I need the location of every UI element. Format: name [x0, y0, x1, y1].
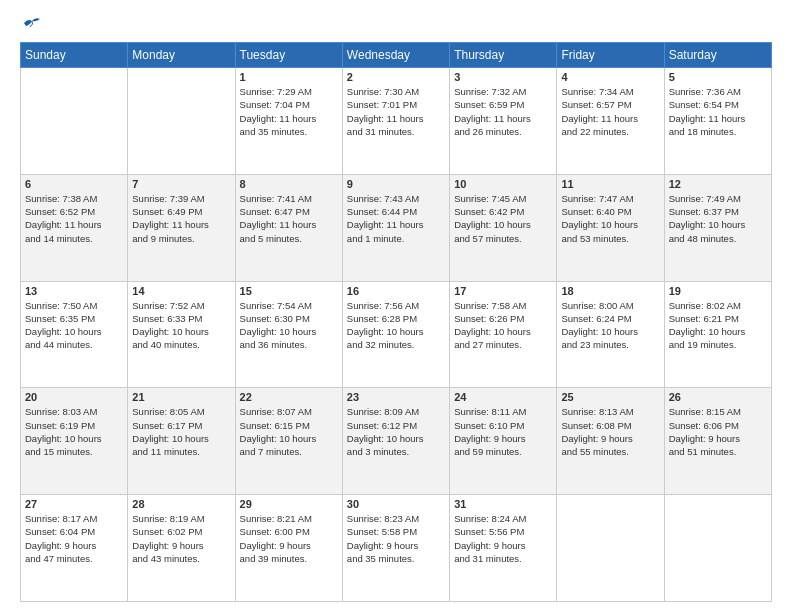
- calendar-cell: 21Sunrise: 8:05 AM Sunset: 6:17 PM Dayli…: [128, 388, 235, 495]
- calendar-cell: 23Sunrise: 8:09 AM Sunset: 6:12 PM Dayli…: [342, 388, 449, 495]
- calendar-cell: 20Sunrise: 8:03 AM Sunset: 6:19 PM Dayli…: [21, 388, 128, 495]
- cell-info: Sunrise: 7:34 AM Sunset: 6:57 PM Dayligh…: [561, 85, 659, 138]
- day-number: 27: [25, 498, 123, 510]
- cell-info: Sunrise: 7:58 AM Sunset: 6:26 PM Dayligh…: [454, 299, 552, 352]
- logo: [20, 18, 40, 32]
- day-number: 21: [132, 391, 230, 403]
- weekday-header-monday: Monday: [128, 43, 235, 68]
- calendar-week-2: 6Sunrise: 7:38 AM Sunset: 6:52 PM Daylig…: [21, 174, 772, 281]
- day-number: 13: [25, 285, 123, 297]
- calendar-cell: [128, 68, 235, 175]
- calendar-cell: 28Sunrise: 8:19 AM Sunset: 6:02 PM Dayli…: [128, 495, 235, 602]
- day-number: 25: [561, 391, 659, 403]
- day-number: 7: [132, 178, 230, 190]
- logo-bird-icon: [22, 16, 40, 30]
- cell-info: Sunrise: 7:39 AM Sunset: 6:49 PM Dayligh…: [132, 192, 230, 245]
- day-number: 30: [347, 498, 445, 510]
- calendar-week-5: 27Sunrise: 8:17 AM Sunset: 6:04 PM Dayli…: [21, 495, 772, 602]
- cell-info: Sunrise: 8:00 AM Sunset: 6:24 PM Dayligh…: [561, 299, 659, 352]
- cell-info: Sunrise: 8:17 AM Sunset: 6:04 PM Dayligh…: [25, 512, 123, 565]
- cell-info: Sunrise: 7:56 AM Sunset: 6:28 PM Dayligh…: [347, 299, 445, 352]
- cell-info: Sunrise: 8:23 AM Sunset: 5:58 PM Dayligh…: [347, 512, 445, 565]
- calendar-cell: 13Sunrise: 7:50 AM Sunset: 6:35 PM Dayli…: [21, 281, 128, 388]
- day-number: 31: [454, 498, 552, 510]
- day-number: 22: [240, 391, 338, 403]
- day-number: 17: [454, 285, 552, 297]
- day-number: 19: [669, 285, 767, 297]
- cell-info: Sunrise: 8:24 AM Sunset: 5:56 PM Dayligh…: [454, 512, 552, 565]
- calendar-cell: 10Sunrise: 7:45 AM Sunset: 6:42 PM Dayli…: [450, 174, 557, 281]
- weekday-header-tuesday: Tuesday: [235, 43, 342, 68]
- calendar-cell: 24Sunrise: 8:11 AM Sunset: 6:10 PM Dayli…: [450, 388, 557, 495]
- cell-info: Sunrise: 7:36 AM Sunset: 6:54 PM Dayligh…: [669, 85, 767, 138]
- calendar-week-1: 1Sunrise: 7:29 AM Sunset: 7:04 PM Daylig…: [21, 68, 772, 175]
- weekday-header-wednesday: Wednesday: [342, 43, 449, 68]
- calendar-cell: 7Sunrise: 7:39 AM Sunset: 6:49 PM Daylig…: [128, 174, 235, 281]
- calendar-cell: 29Sunrise: 8:21 AM Sunset: 6:00 PM Dayli…: [235, 495, 342, 602]
- day-number: 11: [561, 178, 659, 190]
- weekday-header-row: SundayMondayTuesdayWednesdayThursdayFrid…: [21, 43, 772, 68]
- day-number: 23: [347, 391, 445, 403]
- day-number: 18: [561, 285, 659, 297]
- calendar-cell: 5Sunrise: 7:36 AM Sunset: 6:54 PM Daylig…: [664, 68, 771, 175]
- cell-info: Sunrise: 7:38 AM Sunset: 6:52 PM Dayligh…: [25, 192, 123, 245]
- weekday-header-sunday: Sunday: [21, 43, 128, 68]
- cell-info: Sunrise: 7:45 AM Sunset: 6:42 PM Dayligh…: [454, 192, 552, 245]
- day-number: 24: [454, 391, 552, 403]
- cell-info: Sunrise: 8:19 AM Sunset: 6:02 PM Dayligh…: [132, 512, 230, 565]
- day-number: 2: [347, 71, 445, 83]
- cell-info: Sunrise: 8:05 AM Sunset: 6:17 PM Dayligh…: [132, 405, 230, 458]
- calendar-cell: 6Sunrise: 7:38 AM Sunset: 6:52 PM Daylig…: [21, 174, 128, 281]
- day-number: 28: [132, 498, 230, 510]
- calendar-cell: 17Sunrise: 7:58 AM Sunset: 6:26 PM Dayli…: [450, 281, 557, 388]
- calendar-cell: 9Sunrise: 7:43 AM Sunset: 6:44 PM Daylig…: [342, 174, 449, 281]
- calendar-cell: 27Sunrise: 8:17 AM Sunset: 6:04 PM Dayli…: [21, 495, 128, 602]
- day-number: 20: [25, 391, 123, 403]
- day-number: 16: [347, 285, 445, 297]
- cell-info: Sunrise: 7:32 AM Sunset: 6:59 PM Dayligh…: [454, 85, 552, 138]
- day-number: 14: [132, 285, 230, 297]
- calendar-cell: [557, 495, 664, 602]
- cell-info: Sunrise: 8:07 AM Sunset: 6:15 PM Dayligh…: [240, 405, 338, 458]
- calendar-cell: 16Sunrise: 7:56 AM Sunset: 6:28 PM Dayli…: [342, 281, 449, 388]
- calendar-cell: 30Sunrise: 8:23 AM Sunset: 5:58 PM Dayli…: [342, 495, 449, 602]
- calendar-cell: 25Sunrise: 8:13 AM Sunset: 6:08 PM Dayli…: [557, 388, 664, 495]
- cell-info: Sunrise: 7:54 AM Sunset: 6:30 PM Dayligh…: [240, 299, 338, 352]
- calendar-week-4: 20Sunrise: 8:03 AM Sunset: 6:19 PM Dayli…: [21, 388, 772, 495]
- cell-info: Sunrise: 8:09 AM Sunset: 6:12 PM Dayligh…: [347, 405, 445, 458]
- calendar-cell: 19Sunrise: 8:02 AM Sunset: 6:21 PM Dayli…: [664, 281, 771, 388]
- calendar-cell: 12Sunrise: 7:49 AM Sunset: 6:37 PM Dayli…: [664, 174, 771, 281]
- calendar-cell: 22Sunrise: 8:07 AM Sunset: 6:15 PM Dayli…: [235, 388, 342, 495]
- calendar-week-3: 13Sunrise: 7:50 AM Sunset: 6:35 PM Dayli…: [21, 281, 772, 388]
- cell-info: Sunrise: 7:43 AM Sunset: 6:44 PM Dayligh…: [347, 192, 445, 245]
- day-number: 9: [347, 178, 445, 190]
- cell-info: Sunrise: 7:47 AM Sunset: 6:40 PM Dayligh…: [561, 192, 659, 245]
- cell-info: Sunrise: 8:11 AM Sunset: 6:10 PM Dayligh…: [454, 405, 552, 458]
- cell-info: Sunrise: 8:15 AM Sunset: 6:06 PM Dayligh…: [669, 405, 767, 458]
- calendar-cell: 14Sunrise: 7:52 AM Sunset: 6:33 PM Dayli…: [128, 281, 235, 388]
- day-number: 5: [669, 71, 767, 83]
- day-number: 26: [669, 391, 767, 403]
- calendar-cell: 3Sunrise: 7:32 AM Sunset: 6:59 PM Daylig…: [450, 68, 557, 175]
- calendar-cell: 11Sunrise: 7:47 AM Sunset: 6:40 PM Dayli…: [557, 174, 664, 281]
- day-number: 8: [240, 178, 338, 190]
- weekday-header-thursday: Thursday: [450, 43, 557, 68]
- calendar-cell: 2Sunrise: 7:30 AM Sunset: 7:01 PM Daylig…: [342, 68, 449, 175]
- calendar-cell: 15Sunrise: 7:54 AM Sunset: 6:30 PM Dayli…: [235, 281, 342, 388]
- cell-info: Sunrise: 7:41 AM Sunset: 6:47 PM Dayligh…: [240, 192, 338, 245]
- cell-info: Sunrise: 7:49 AM Sunset: 6:37 PM Dayligh…: [669, 192, 767, 245]
- calendar-cell: 8Sunrise: 7:41 AM Sunset: 6:47 PM Daylig…: [235, 174, 342, 281]
- cell-info: Sunrise: 8:13 AM Sunset: 6:08 PM Dayligh…: [561, 405, 659, 458]
- cell-info: Sunrise: 8:02 AM Sunset: 6:21 PM Dayligh…: [669, 299, 767, 352]
- day-number: 3: [454, 71, 552, 83]
- weekday-header-friday: Friday: [557, 43, 664, 68]
- cell-info: Sunrise: 8:21 AM Sunset: 6:00 PM Dayligh…: [240, 512, 338, 565]
- cell-info: Sunrise: 7:52 AM Sunset: 6:33 PM Dayligh…: [132, 299, 230, 352]
- cell-info: Sunrise: 8:03 AM Sunset: 6:19 PM Dayligh…: [25, 405, 123, 458]
- calendar-cell: 1Sunrise: 7:29 AM Sunset: 7:04 PM Daylig…: [235, 68, 342, 175]
- calendar-cell: 31Sunrise: 8:24 AM Sunset: 5:56 PM Dayli…: [450, 495, 557, 602]
- calendar-cell: [664, 495, 771, 602]
- cell-info: Sunrise: 7:29 AM Sunset: 7:04 PM Dayligh…: [240, 85, 338, 138]
- day-number: 4: [561, 71, 659, 83]
- cell-info: Sunrise: 7:50 AM Sunset: 6:35 PM Dayligh…: [25, 299, 123, 352]
